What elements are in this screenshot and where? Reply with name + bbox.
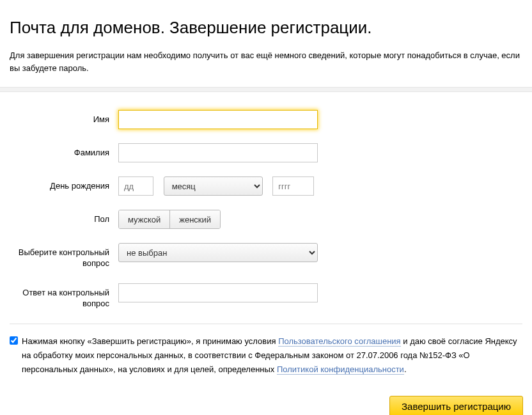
secret-question-label: Выберите контрольный вопрос xyxy=(10,243,118,269)
last-name-input[interactable] xyxy=(118,143,318,162)
agreement-checkbox[interactable] xyxy=(10,336,18,345)
registration-form: Имя Фамилия День рождения месяц Пол xyxy=(0,92,532,309)
birthday-month-select[interactable]: месяц xyxy=(164,176,263,196)
privacy-policy-link[interactable]: Политикой конфиденциальности xyxy=(277,364,404,375)
first-name-label: Имя xyxy=(10,110,118,125)
form-divider xyxy=(10,324,522,324)
gender-male-button[interactable]: мужской xyxy=(119,210,169,228)
birthday-year-input[interactable] xyxy=(272,176,314,196)
agreement-part1: Нажимая кнопку «Завершить регистрацию», … xyxy=(22,336,278,346)
birthday-day-input[interactable] xyxy=(118,176,153,196)
agreement-text: Нажимая кнопку «Завершить регистрацию», … xyxy=(22,334,522,377)
gender-female-button[interactable]: женский xyxy=(169,210,220,228)
secret-question-select[interactable]: не выбран xyxy=(118,243,318,262)
submit-button[interactable]: Завершить регистрацию xyxy=(389,396,523,415)
secret-answer-label: Ответ на контрольный вопрос xyxy=(10,283,118,309)
page-subtitle: Для завершения регистрации нам необходим… xyxy=(10,49,522,74)
birthday-label: День рождения xyxy=(10,176,118,192)
last-name-label: Фамилия xyxy=(10,143,118,159)
secret-answer-input[interactable] xyxy=(118,283,318,302)
agreement-block: Нажимая кнопку «Завершить регистрацию», … xyxy=(0,334,532,377)
agreement-part3: . xyxy=(404,364,407,374)
gender-toggle: мужской женский xyxy=(118,210,221,229)
first-name-input[interactable] xyxy=(118,110,318,129)
user-agreement-link[interactable]: Пользовательского соглашения xyxy=(278,336,401,347)
gender-label: Пол xyxy=(10,210,118,225)
page-title: Почта для доменов. Завершение регистраци… xyxy=(10,18,522,38)
section-divider xyxy=(0,87,532,92)
